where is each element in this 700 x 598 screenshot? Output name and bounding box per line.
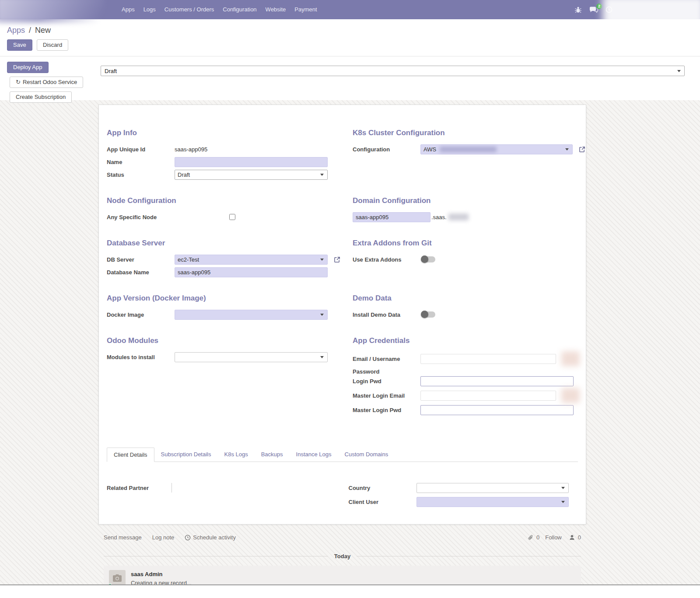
restart-odoo-service-button[interactable]: ↻ Restart Odoo Service	[10, 77, 83, 88]
follow-button[interactable]: Follow	[545, 534, 562, 541]
tab-client-details[interactable]: Client Details	[107, 448, 154, 462]
configuration-external-link-icon[interactable]	[579, 146, 585, 153]
install-demo-data-toggle[interactable]	[421, 311, 435, 318]
section-title-app-info: App Info	[107, 129, 340, 137]
master-login-pwd-label: Master Login Pwd	[353, 407, 420, 413]
nav-item-customers-orders[interactable]: Customers / Orders	[160, 0, 218, 19]
section-title-app-credentials: App Credentials	[353, 336, 585, 345]
configuration-value: AWS	[424, 146, 436, 153]
login-pwd-label: Login Pwd	[353, 378, 420, 385]
discard-button[interactable]: Discard	[37, 39, 68, 51]
tab-content-client-details: Related Partner Country Client User	[107, 462, 578, 513]
nav-item-apps[interactable]: Apps	[117, 0, 139, 19]
app-unique-id-label: App Unique Id	[107, 146, 175, 153]
schedule-activity-button[interactable]: Schedule activity	[185, 534, 236, 541]
status-label: Status	[107, 171, 175, 178]
db-server-dropdown[interactable]: ec2-Test	[175, 255, 328, 265]
install-demo-data-label: Install Demo Data	[353, 311, 420, 318]
tab-custom-domains[interactable]: Custom Domains	[338, 448, 395, 462]
tab-backups[interactable]: Backups	[255, 448, 290, 462]
group-k8s-cluster: K8s Cluster Configuration Configuration …	[353, 129, 585, 156]
section-title-domain: Domain Configuration	[353, 196, 585, 205]
country-dropdown[interactable]	[416, 483, 569, 493]
docker-image-label: Docker Image	[107, 311, 175, 318]
messages-badge: 2	[596, 3, 602, 9]
master-login-pwd-input[interactable]	[420, 405, 574, 415]
any-specific-node-checkbox[interactable]	[229, 214, 235, 220]
section-title-demo-data: Demo Data	[353, 294, 585, 303]
use-extra-addons-toggle[interactable]	[421, 256, 435, 262]
section-title-k8s: K8s Cluster Configuration	[353, 129, 585, 137]
related-partner-empty-field[interactable]	[172, 483, 172, 493]
status-dropdown[interactable]: Draft	[101, 66, 685, 76]
tab-k8s-logs[interactable]: K8s Logs	[217, 448, 254, 462]
breadcrumb-apps-link[interactable]: Apps	[7, 26, 25, 35]
group-odoo-modules: Odoo Modules Modules to install	[107, 336, 340, 364]
attachment-count: 0	[536, 534, 539, 541]
create-subscription-button[interactable]: Create Subscription	[10, 91, 72, 103]
activity-clock-icon[interactable]	[606, 6, 612, 13]
subdomain-input[interactable]	[353, 212, 430, 222]
followers-count: 0	[578, 534, 581, 541]
save-button[interactable]: Save	[7, 39, 32, 51]
refresh-icon: ↻	[16, 79, 21, 86]
related-partner-label: Related Partner	[107, 485, 172, 491]
login-pwd-input[interactable]	[420, 376, 574, 386]
form-action-buttons: Save Discard	[7, 39, 693, 51]
configuration-dropdown[interactable]: AWS	[420, 144, 573, 154]
page-bottom-whitespace	[0, 585, 700, 598]
attachment-icon[interactable]	[528, 535, 533, 541]
status-select[interactable]: Draft	[175, 170, 328, 180]
db-server-external-link-icon[interactable]	[334, 256, 340, 263]
master-login-email-input[interactable]	[420, 391, 556, 401]
name-input[interactable]	[175, 157, 328, 167]
name-label: Name	[107, 159, 175, 165]
group-domain-configuration: Domain Configuration .saas.	[353, 196, 585, 224]
messages-icon[interactable]: 2	[589, 6, 598, 14]
breadcrumb: Apps / New	[7, 25, 693, 35]
redacted-domain-text	[448, 213, 469, 220]
password-label: Password	[353, 368, 420, 375]
nav-item-configuration[interactable]: Configuration	[218, 0, 261, 19]
tab-subscription-details[interactable]: Subscription Details	[154, 448, 218, 462]
today-divider: Today	[104, 553, 581, 560]
message-body: Creating a new record...	[131, 580, 192, 584]
client-user-dropdown[interactable]	[416, 497, 569, 507]
control-panel: Apps / New Save Discard	[0, 19, 700, 56]
navbar-menu: Apps Logs Customers / Orders Configurati…	[117, 0, 322, 19]
redacted-email-area	[561, 351, 580, 366]
section-title-node: Node Configuration	[107, 196, 340, 205]
top-navbar: Apps Logs Customers / Orders Configurati…	[0, 0, 700, 19]
configuration-label: Configuration	[353, 146, 420, 153]
nav-item-payment[interactable]: Payment	[290, 0, 321, 19]
client-details-right-col: Country Client User	[349, 481, 578, 509]
group-app-info: App Info App Unique Id saas-app095 Name …	[107, 129, 340, 182]
restart-odoo-service-label: Restart Odoo Service	[23, 79, 77, 86]
modules-to-install-dropdown[interactable]	[175, 352, 328, 362]
country-label: Country	[349, 485, 416, 491]
group-node-configuration: Node Configuration Any Specific Node	[107, 196, 340, 224]
database-name-input[interactable]	[175, 267, 328, 277]
tab-instance-logs[interactable]: Instance Logs	[290, 448, 338, 462]
redacted-configuration-text	[440, 147, 497, 152]
send-message-button[interactable]: Send message	[104, 534, 142, 541]
group-demo-data: Demo Data Install Demo Data	[353, 294, 585, 322]
deploy-app-button[interactable]: Deploy App	[7, 62, 49, 73]
any-specific-node-label: Any Specific Node	[107, 214, 229, 220]
main-content: App Info App Unique Id saas-app095 Name …	[0, 100, 700, 584]
schedule-activity-label: Schedule activity	[193, 534, 236, 541]
nav-item-website[interactable]: Website	[261, 0, 290, 19]
clock-icon	[185, 535, 191, 541]
docker-image-dropdown[interactable]	[175, 310, 328, 320]
log-note-button[interactable]: Log note	[152, 534, 175, 541]
followers-icon[interactable]	[569, 535, 575, 540]
master-login-email-label: Master Login Email	[353, 392, 420, 399]
nav-item-logs[interactable]: Logs	[139, 0, 160, 19]
bug-icon[interactable]	[574, 6, 582, 14]
message-author: saas Admin	[131, 571, 163, 577]
email-username-input[interactable]	[420, 354, 556, 364]
group-extra-addons: Extra Addons from Git Use Extra Addons	[353, 239, 585, 266]
chatter-right-tools: 0 Follow 0	[528, 534, 581, 541]
statusbar-area: Deploy App ↻ Restart Odoo Service Create…	[0, 56, 700, 100]
chatter-topbar: Send message Log note Schedule activity …	[104, 534, 581, 541]
